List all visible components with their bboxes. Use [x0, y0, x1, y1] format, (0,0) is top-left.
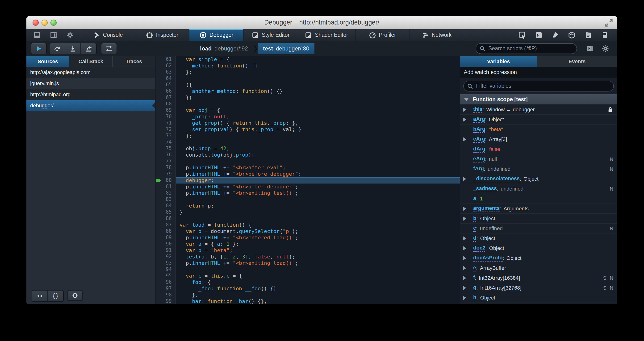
tab-network[interactable]: Network	[410, 29, 464, 41]
fullscreen-arrows-icon[interactable]	[605, 19, 613, 27]
expand-triangle-icon[interactable]	[463, 107, 473, 112]
scratchpad-icon[interactable]	[581, 30, 596, 40]
line-number[interactable]: 68	[156, 101, 176, 107]
line-number[interactable]: 90	[156, 241, 176, 247]
line-number[interactable]: 75	[156, 145, 176, 152]
sources-tab-traces[interactable]: Traces	[112, 56, 155, 67]
code-line-70[interactable]: 70 _prop: null,	[156, 114, 460, 120]
code-line-71[interactable]: 71 get prop() { return this._prop; },	[156, 120, 460, 126]
variable-row-a[interactable]: a:1	[460, 194, 617, 204]
expand-triangle-icon[interactable]	[463, 266, 473, 270]
code-line-63[interactable]: 63 };	[156, 69, 460, 75]
line-number[interactable]: 85	[156, 209, 176, 215]
code-line-81[interactable]: 81 p.innerHTML += "<br>after debugger";	[156, 184, 460, 190]
zoom-button[interactable]	[50, 20, 56, 26]
code-line-83[interactable]: 83	[156, 196, 460, 202]
dock-side-icon[interactable]	[46, 30, 61, 40]
variable-row-arguments[interactable]: arguments:Arguments	[460, 204, 617, 214]
line-number[interactable]: 65	[156, 82, 176, 88]
breadcrumb-frame-load[interactable]: loaddebugger/:92	[195, 43, 253, 54]
variable-row-aArg[interactable]: aArg:Object	[460, 114, 617, 124]
expand-triangle-icon[interactable]	[463, 216, 473, 221]
code-line-85[interactable]: 85}	[156, 209, 460, 215]
source-item[interactable]: jquery.min.js	[26, 78, 155, 89]
line-number[interactable]: 94	[156, 266, 176, 272]
code-line-90[interactable]: 90 var a = { a: 1 };	[156, 241, 460, 247]
dock-bottom-icon[interactable]	[30, 30, 44, 40]
line-number[interactable]: 97	[156, 285, 176, 292]
code-line-88[interactable]: 88 var p = document.querySelector("p");	[156, 228, 460, 234]
variables-tab-variables[interactable]: Variables	[460, 56, 537, 67]
code-line-91[interactable]: 91 var b = "beta";	[156, 247, 460, 254]
line-number[interactable]: 95	[156, 272, 176, 279]
line-number[interactable]: 67	[156, 94, 176, 101]
variable-row-eArg[interactable]: eArg:nullN	[460, 154, 617, 164]
code-line-80[interactable]: 80 debugger;	[156, 177, 460, 184]
split-console-icon[interactable]	[531, 30, 546, 40]
code-line-74[interactable]: 74	[156, 139, 460, 145]
expand-triangle-icon[interactable]	[463, 296, 473, 300]
code-line-96[interactable]: 96 foo: {	[156, 279, 460, 285]
tab-console[interactable]: Console	[81, 29, 135, 41]
sources-tab-call-stack[interactable]: Call Stack	[69, 56, 112, 67]
variables-tab-events[interactable]: Events	[537, 56, 617, 67]
variable-row-bArg[interactable]: bArg:"beta"	[460, 124, 617, 134]
code-line-62[interactable]: 62 method: function() {}	[156, 62, 460, 69]
variable-row-doc2[interactable]: doc2:Object	[460, 243, 617, 253]
resume-button[interactable]	[31, 43, 47, 54]
line-number[interactable]: 76	[156, 152, 176, 158]
expand-triangle-icon[interactable]	[463, 256, 473, 260]
line-number[interactable]: 84	[156, 202, 176, 209]
line-number[interactable]: 77	[156, 158, 176, 164]
line-number[interactable]: 74	[156, 139, 176, 145]
close-button[interactable]	[32, 20, 39, 26]
minimize-button[interactable]	[42, 20, 48, 26]
variable-row-this[interactable]: this:Window → debugger	[460, 105, 617, 114]
line-number[interactable]: 71	[156, 120, 176, 126]
line-number[interactable]: 81	[156, 184, 176, 190]
code-line-98[interactable]: 98 },	[156, 292, 460, 298]
line-number[interactable]: 89	[156, 234, 176, 241]
variable-row-h[interactable]: h:Object	[460, 293, 617, 303]
code-line-68[interactable]: 68	[156, 101, 460, 107]
tab-debugger[interactable]: Debugger	[190, 29, 244, 41]
code-line-75[interactable]: 75 obj.prop = 42;	[156, 145, 460, 152]
line-number[interactable]: 92	[156, 254, 176, 260]
code-line-86[interactable]: 86	[156, 215, 460, 222]
line-number[interactable]: 72	[156, 126, 176, 132]
responsive-mode-icon[interactable]	[597, 30, 612, 40]
line-number[interactable]: 78	[156, 164, 176, 171]
line-number[interactable]: 96	[156, 279, 176, 285]
code-line-65[interactable]: 65 ({	[156, 82, 460, 88]
code-line-95[interactable]: 95 var c = this.c = {	[156, 272, 460, 279]
code-line-61[interactable]: 61 var simple = {	[156, 56, 460, 62]
line-number[interactable]: 66	[156, 88, 176, 94]
variable-row-d[interactable]: d:Object	[460, 234, 617, 243]
gear-icon[interactable]	[63, 30, 77, 40]
line-number[interactable]: 86	[156, 215, 176, 222]
toggle-tracing-button[interactable]	[101, 43, 117, 54]
line-number[interactable]: 99	[156, 298, 176, 304]
sources-tab-sources[interactable]: Sources	[26, 56, 69, 67]
expand-triangle-icon[interactable]	[463, 246, 473, 251]
variable-row-dArg[interactable]: dArg:false	[460, 144, 617, 154]
code-line-76[interactable]: 76 console.log(obj.prop);	[156, 152, 460, 158]
pick-element-icon[interactable]	[515, 30, 530, 40]
source-item[interactable]: http://htmlpad.org	[26, 89, 155, 100]
expand-triangle-icon[interactable]	[463, 117, 473, 122]
code-line-67[interactable]: 67 })	[156, 94, 460, 101]
code-line-89[interactable]: 89 p.innerHTML += "<br>entered load()";	[156, 234, 460, 241]
code-line-73[interactable]: 73 };	[156, 132, 460, 139]
add-watch-expression[interactable]: Add watch expression	[460, 67, 617, 78]
code-line-92[interactable]: 92 test(a, b, [1, 2, 3], false, null);	[156, 254, 460, 260]
variable-row-docAsProto[interactable]: docAsProto:Object	[460, 253, 617, 263]
expand-triangle-icon[interactable]	[463, 177, 473, 181]
line-number[interactable]: 88	[156, 228, 176, 234]
line-number[interactable]: 70	[156, 114, 176, 120]
line-number[interactable]: 98	[156, 292, 176, 298]
step-out-button[interactable]	[81, 44, 96, 54]
filter-variables-input[interactable]: Filter variables	[463, 81, 614, 92]
tab-shader-editor[interactable]: Shader Editor	[298, 29, 356, 41]
line-number[interactable]: 93	[156, 260, 176, 266]
tab-profiler[interactable]: Profiler	[356, 29, 410, 41]
